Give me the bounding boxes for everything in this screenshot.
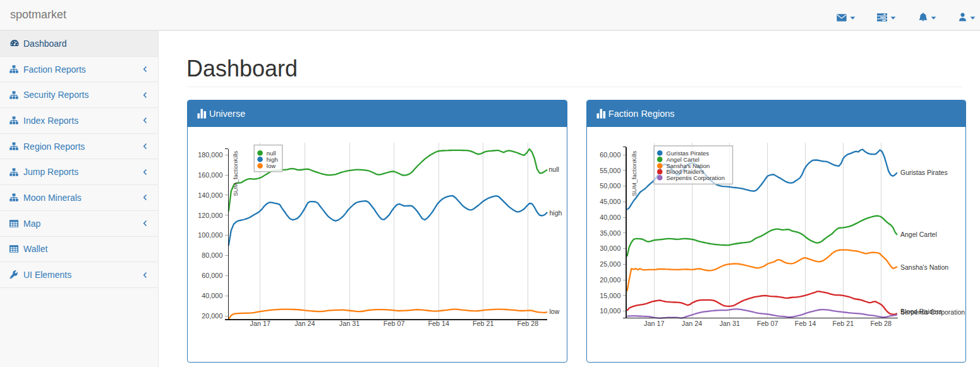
svg-text:null: null (549, 165, 559, 173)
svg-text:100,000: 100,000 (198, 231, 222, 239)
svg-text:120,000: 120,000 (198, 211, 222, 219)
svg-text:20,000: 20,000 (202, 312, 222, 320)
svg-text:Sansha's Nation: Sansha's Nation (900, 263, 948, 270)
svg-text:55,000: 55,000 (600, 166, 620, 174)
svg-text:Feb 07: Feb 07 (757, 319, 778, 327)
svg-text:Feb 28: Feb 28 (870, 319, 892, 327)
svg-text:high: high (550, 208, 562, 216)
svg-text:25,000: 25,000 (600, 260, 620, 268)
svg-text:low: low (267, 162, 275, 169)
svg-text:Serpentis Corporation: Serpentis Corporation (900, 308, 965, 316)
svg-text:50,000: 50,000 (600, 182, 620, 190)
svg-text:low: low (550, 308, 560, 315)
svg-text:SUM_factionKills: SUM_factionKills (232, 150, 239, 196)
svg-text:Jan 31: Jan 31 (719, 319, 739, 327)
svg-text:Feb 21: Feb 21 (832, 319, 854, 327)
svg-text:40,000: 40,000 (600, 213, 620, 220)
svg-text:10,000: 10,000 (600, 307, 620, 315)
svg-text:Feb 28: Feb 28 (517, 319, 539, 327)
svg-text:60,000: 60,000 (600, 150, 620, 158)
svg-text:80,000: 80,000 (202, 251, 222, 259)
svg-text:180,000: 180,000 (198, 150, 222, 158)
svg-text:Jan 17: Jan 17 (250, 319, 270, 327)
svg-text:Feb 14: Feb 14 (795, 319, 816, 327)
svg-text:40,000: 40,000 (202, 292, 222, 299)
svg-text:Jan 31: Jan 31 (339, 319, 360, 327)
svg-text:30,000: 30,000 (600, 244, 620, 252)
svg-text:Serpentis Corporation: Serpentis Corporation (666, 174, 724, 181)
svg-text:SUM_factionKills: SUM_factionKills (630, 150, 637, 196)
svg-text:Jan 24: Jan 24 (682, 319, 702, 327)
svg-text:Feb 07: Feb 07 (384, 319, 405, 327)
svg-text:Angel Cartel: Angel Cartel (900, 230, 937, 238)
svg-text:15,000: 15,000 (600, 291, 620, 299)
svg-text:Guristas Pirates: Guristas Pirates (900, 168, 948, 176)
svg-text:Feb 21: Feb 21 (473, 319, 494, 327)
svg-text:140,000: 140,000 (198, 191, 222, 198)
svg-text:45,000: 45,000 (600, 198, 620, 205)
svg-text:Jan 17: Jan 17 (644, 319, 664, 327)
svg-text:Jan 24: Jan 24 (294, 319, 315, 327)
svg-text:160,000: 160,000 (198, 171, 222, 178)
svg-text:60,000: 60,000 (202, 272, 222, 279)
svg-text:35,000: 35,000 (600, 229, 620, 236)
svg-text:20,000: 20,000 (600, 276, 620, 284)
svg-text:Feb 14: Feb 14 (428, 319, 449, 327)
